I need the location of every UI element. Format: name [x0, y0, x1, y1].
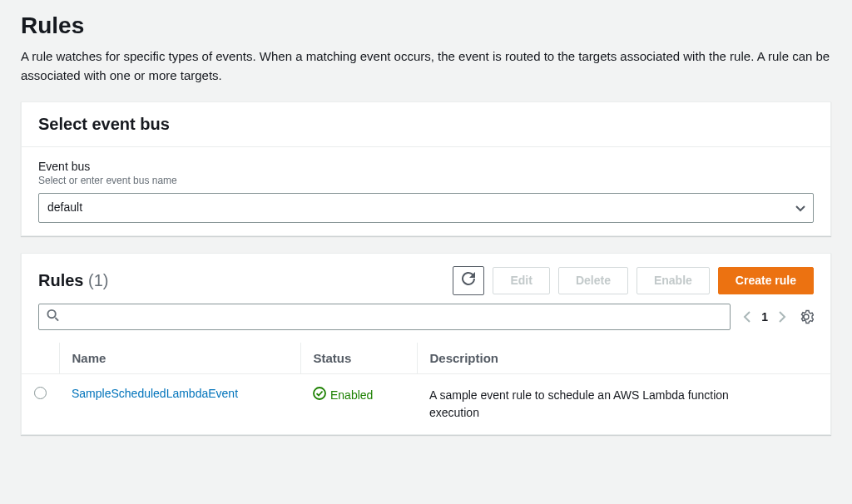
search-icon	[47, 309, 59, 325]
edit-button[interactable]: Edit	[493, 267, 549, 295]
status-column-header[interactable]: Status	[300, 343, 417, 374]
table-row: SampleScheduledLambdaEvent Enabled A sam…	[22, 374, 830, 435]
chevron-left-icon	[743, 310, 751, 324]
rules-count: (1)	[88, 271, 108, 289]
svg-point-0	[47, 310, 55, 318]
name-column-header[interactable]: Name	[59, 343, 300, 374]
event-bus-select[interactable]: default	[38, 193, 814, 223]
refresh-icon	[462, 272, 475, 290]
rules-panel-title: Rules (1)	[38, 271, 108, 290]
svg-point-2	[314, 388, 325, 399]
rules-title-text: Rules	[38, 271, 83, 289]
description-column-header[interactable]: Description	[417, 343, 830, 374]
event-bus-label: Event bus	[38, 160, 814, 173]
create-rule-button[interactable]: Create rule	[718, 267, 814, 295]
refresh-button[interactable]	[453, 266, 484, 296]
rule-name-link[interactable]: SampleScheduledLambdaEvent	[72, 387, 238, 400]
next-page-button[interactable]	[778, 310, 786, 324]
select-column-header	[22, 343, 59, 374]
event-bus-panel: Select event bus Event bus Select or ent…	[21, 101, 831, 236]
search-input[interactable]	[38, 304, 731, 330]
delete-button[interactable]: Delete	[558, 267, 628, 295]
svg-line-1	[55, 318, 58, 321]
check-circle-icon	[313, 387, 326, 403]
gear-icon	[799, 309, 814, 324]
chevron-right-icon	[778, 310, 786, 324]
enable-button[interactable]: Enable	[637, 267, 710, 295]
status-badge: Enabled	[313, 387, 404, 403]
page-number: 1	[761, 310, 768, 324]
previous-page-button[interactable]	[743, 310, 751, 324]
status-text: Enabled	[330, 388, 373, 402]
event-bus-panel-title: Select event bus	[38, 115, 814, 134]
page-description: A rule watches for specific types of eve…	[21, 47, 831, 85]
rules-table: Name Status Description SampleScheduledL…	[22, 343, 830, 434]
settings-button[interactable]	[799, 309, 814, 324]
page-title: Rules	[21, 12, 831, 39]
event-bus-hint: Select or enter event bus name	[38, 175, 814, 186]
rule-description: A sample event rule to schedule an AWS L…	[429, 387, 762, 422]
rules-panel: Rules (1) Edit Delete Enable Create rule	[21, 253, 831, 436]
row-select-radio[interactable]	[34, 387, 47, 399]
